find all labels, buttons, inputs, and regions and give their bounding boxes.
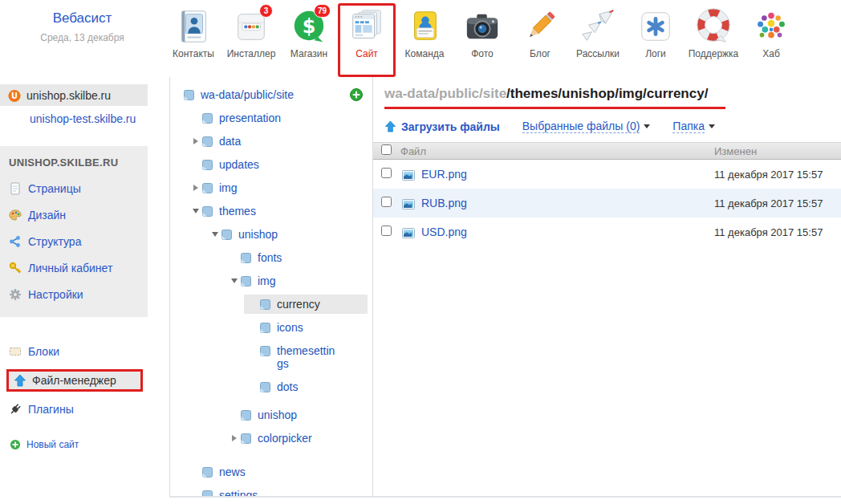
chevron-down-icon[interactable]: [189, 205, 201, 217]
site-name: unishop.skilbe.ru: [26, 89, 111, 102]
tree-item-themesettings: themesettings: [178, 341, 368, 373]
sidebar-item-label: Дизайн: [28, 209, 66, 222]
app-site[interactable]: Сайт: [338, 3, 396, 77]
app-photo[interactable]: Фото: [453, 3, 511, 77]
sidebar-item-label: Плагины: [28, 403, 74, 416]
breadcrumb-base[interactable]: wa-data/public/site: [384, 86, 506, 101]
caret-down-icon: [644, 124, 650, 128]
select-all-checkbox[interactable]: [381, 144, 392, 155]
tree-spacer: [247, 298, 259, 310]
svg-text:U: U: [11, 91, 18, 100]
plus-icon: [10, 439, 21, 450]
app-title-link[interactable]: Вебасист: [53, 10, 112, 26]
sidebar-item-settings[interactable]: Настройки: [9, 288, 141, 301]
app-hub[interactable]: Хаб: [742, 3, 800, 77]
tree-spacer: [247, 344, 259, 356]
upload-files-button[interactable]: Загрузить файлы: [384, 120, 500, 133]
chevron-right-icon[interactable]: [228, 432, 240, 444]
selected-files-menu[interactable]: Выбранные файлы (0): [522, 120, 651, 133]
tree-spacer: [247, 321, 259, 333]
sidebar-item-structure[interactable]: Структура: [9, 235, 141, 248]
app-label: Логи: [645, 48, 666, 59]
folder-icon: [240, 275, 252, 287]
table-row: RUB.png 11 декабря 2017 15:57: [373, 189, 841, 217]
tree-item-colorpicker: colorpicker: [178, 429, 368, 448]
folder-menu[interactable]: Папка: [672, 120, 715, 133]
tree-item-updates: updates: [178, 155, 368, 174]
installer-badge: 3: [259, 4, 273, 18]
modified-column-header[interactable]: Изменен: [714, 145, 841, 157]
tree-item-unishop: unishop: [178, 225, 368, 244]
app-label: Магазин: [290, 48, 327, 59]
image-file-icon: [402, 169, 415, 180]
app-support[interactable]: Поддержка: [685, 3, 742, 77]
tree-item-dots: dots: [178, 377, 368, 396]
row-check-cell: [373, 167, 400, 181]
add-folder-icon[interactable]: [350, 88, 363, 101]
sidebar-item-account[interactable]: Личный кабинет: [9, 262, 141, 274]
chevron-right-icon[interactable]: [189, 135, 201, 147]
select-all-cell: [373, 144, 400, 157]
table-row: USD.png 11 декабря 2017 15:57: [373, 217, 841, 246]
file-link[interactable]: RUB.png: [421, 197, 467, 209]
chevron-down-icon[interactable]: [228, 274, 240, 287]
file-cell: USD.png: [400, 226, 714, 238]
site-settings-panel: UNISHOP.SKILBE.RU Страницы Дизайн: [0, 146, 148, 317]
row-checkbox[interactable]: [381, 168, 392, 178]
row-check-cell: [373, 196, 400, 210]
sidebar-item-design[interactable]: Дизайн: [9, 209, 141, 222]
sidebar-item-pages[interactable]: Страницы: [9, 182, 141, 195]
app-label: Контакты: [173, 48, 214, 59]
sidebar-item-plugins[interactable]: Плагины: [9, 400, 169, 419]
folder-icon: [259, 322, 271, 334]
app-label: Фото: [471, 48, 494, 59]
app-logs[interactable]: Логи: [627, 3, 685, 77]
support-icon: [694, 7, 733, 46]
hub-icon: [752, 7, 790, 46]
app-contacts[interactable]: Контакты: [165, 3, 222, 77]
image-file-icon: [402, 227, 415, 238]
mailer-icon: [579, 7, 617, 46]
selected-files-label: Выбранные файлы (0): [522, 120, 640, 133]
folder-icon: [201, 112, 213, 124]
row-checkbox[interactable]: [381, 226, 392, 236]
app-installer[interactable]: 3 Инсталлер: [222, 3, 280, 77]
main-area: U unishop.skilbe.ru unishop-test.skilbe.…: [0, 77, 841, 498]
sidebar-tools: Блоки Файл-менеджер Плагины: [0, 342, 169, 419]
row-checkbox[interactable]: [381, 197, 392, 207]
app-shop[interactable]: $ 79 Магазин: [280, 3, 338, 77]
site-selector-test[interactable]: unishop-test.skilbe.ru: [30, 112, 169, 125]
file-manager-workspace: wa-data/public/site presentation data up…: [169, 77, 841, 498]
sidebar-item-label: Структура: [28, 235, 81, 248]
tree-root-link[interactable]: wa-data/public/site: [201, 88, 294, 101]
file-link[interactable]: USD.png: [421, 226, 467, 238]
site-selector-current[interactable]: U unishop.skilbe.ru: [0, 84, 148, 106]
file-listing: wa-data/public/site/themes/unishop/img/c…: [373, 77, 841, 496]
palette-icon: [9, 209, 22, 222]
file-column-header[interactable]: Файл: [400, 145, 714, 157]
table-header-row: Файл Изменен: [373, 142, 841, 160]
app-label: Инсталлер: [227, 48, 276, 59]
logs-icon: [636, 7, 675, 46]
app-mailer[interactable]: Рассылки: [569, 3, 627, 77]
app-label: Команда: [405, 48, 445, 59]
new-site-button[interactable]: Новый сайт: [10, 439, 169, 450]
sidebar-item-label: Блоки: [28, 345, 59, 358]
sidebar-item-blocks[interactable]: Блоки: [9, 342, 169, 361]
app-blog[interactable]: Блог: [511, 3, 569, 77]
top-header: Вебасист Среда, 13 декабря Контакты 3 Ин…: [0, 0, 841, 77]
team-icon: [405, 7, 444, 46]
app-team[interactable]: Команда: [396, 3, 453, 77]
chevron-down-icon[interactable]: [209, 228, 221, 240]
breadcrumb-underline-annotation: wa-data/public/site/themes/unishop/img/c…: [384, 86, 725, 109]
file-cell: EUR.png: [400, 168, 714, 181]
sidebar-item-file-manager[interactable]: Файл-менеджер: [6, 369, 143, 392]
folder-icon: [221, 229, 233, 241]
brand-block: Вебасист Среда, 13 декабря: [0, 0, 165, 77]
chevron-right-icon[interactable]: [189, 181, 201, 193]
tree-item-settings: settings: [178, 486, 368, 496]
breadcrumb-current: /themes/unishop/img/currency/: [506, 86, 708, 101]
file-link[interactable]: EUR.png: [421, 168, 467, 181]
photo-icon: [463, 7, 502, 46]
breadcrumb: wa-data/public/site/themes/unishop/img/c…: [384, 86, 708, 101]
